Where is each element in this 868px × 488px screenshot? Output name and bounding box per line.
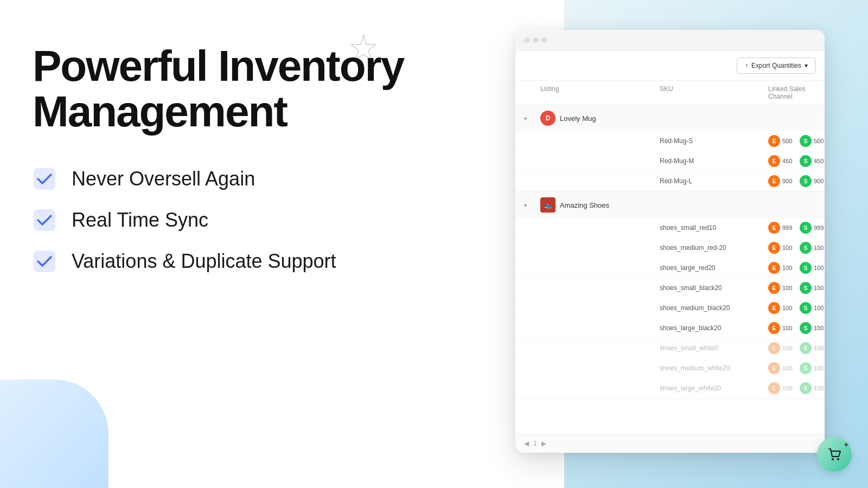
product-row-lovely-mug[interactable]: ▾ D Lovely Mug (515, 105, 825, 131)
channel-badges-red-mug-m: E 450 S 450 (768, 155, 825, 167)
channel-badges-shoes-medium-red: E 100 S 100 (768, 242, 825, 254)
shopify-badge-shoes-small-black: S (800, 282, 812, 294)
sku-text-shoes-small-black: shoes_small_black20 (660, 284, 768, 292)
svg-rect-2 (34, 251, 55, 272)
etsy-qty-shoes-medium-black: 100 (782, 305, 797, 311)
footer-nav[interactable]: ◀ 1 ▶ (524, 440, 546, 447)
etsy-qty-shoes-medium-white: 100 (782, 365, 797, 371)
sku-row-shoes-small-white: shoes_small_white0 E 100 S 100 (515, 338, 825, 358)
left-panel: Powerful Inventory Management Never Over… (33, 43, 445, 273)
sku-row-shoes-small-red: shoes_small_red10 E 999 S 999 (515, 218, 825, 238)
etsy-qty-shoes-small-white: 100 (782, 345, 797, 351)
window-body: ↑ Export Quantities ▾ Listing SKU Linked… (515, 51, 825, 453)
etsy-badge-shoes-medium-black: E (768, 302, 780, 314)
sku-row-shoes-medium-red: shoes_medium_red-20 E 100 S 100 (515, 238, 825, 258)
export-chevron-icon: ▾ (805, 62, 808, 69)
product-name-cell-lovely-mug: D Lovely Mug (540, 111, 660, 126)
dot-red (524, 37, 529, 43)
shopify-badge-shoes-medium-black: S (800, 302, 812, 314)
sku-row-red-mug-s: Red-Mug-S E 500 S 500 (515, 131, 825, 151)
sku-text-red-mug-l: Red-Mug-L (660, 177, 768, 185)
sku-text-shoes-large-black: shoes_large_black20 (660, 324, 768, 332)
window-titlebar (515, 30, 825, 51)
etsy-badge-shoes-medium-red: E (768, 242, 780, 254)
shopify-badge-red-mug-l: S (800, 175, 812, 187)
sku-row-shoes-large-white: shoes_large_white20 E 100 S 100 (515, 378, 825, 399)
etsy-badge-shoes-large-white: E (768, 382, 780, 394)
export-button[interactable]: ↑ Export Quantities ▾ (737, 57, 816, 74)
sku-text-red-mug-m: Red-Mug-M (660, 157, 768, 165)
table-body[interactable]: ▾ D Lovely Mug Red-Mug-S E 500 (515, 105, 825, 434)
check-icon-oversell (33, 167, 56, 191)
shopify-qty-shoes-large-red: 100 (814, 265, 825, 271)
export-label: Export Quantities (751, 62, 801, 69)
table-header: Listing SKU Linked Sales Channel (515, 81, 825, 105)
chevron-amazing-shoes[interactable]: ▾ (524, 202, 540, 208)
shopify-qty-red-mug-m: 450 (814, 158, 825, 164)
feature-item-sync: Real Time Sync (33, 208, 445, 232)
sku-text-shoes-large-red: shoes_large_red20 (660, 264, 768, 272)
shopify-qty-shoes-large-white: 100 (814, 385, 825, 391)
etsy-badge-shoes-large-red: E (768, 262, 780, 274)
shopify-qty-red-mug-s: 500 (814, 138, 825, 144)
footer-next-icon[interactable]: ▶ (541, 440, 546, 447)
footer-prev-icon[interactable]: ◀ (524, 440, 529, 447)
product-name-cell-amazing-shoes: 👟 Amazing Shoes (540, 197, 660, 213)
header-sku: SKU (660, 85, 768, 100)
svg-point-3 (832, 458, 834, 460)
product-icon-lovely-mug: D (540, 111, 556, 126)
shopify-badge-shoes-large-black: S (800, 322, 812, 334)
channel-badges-red-mug-l: E 900 S 900 (768, 175, 825, 187)
sku-text-red-mug-s: Red-Mug-S (660, 137, 768, 145)
etsy-qty-shoes-large-red: 100 (782, 265, 797, 271)
check-icon-sync (33, 208, 56, 232)
shopify-qty-red-mug-l: 900 (814, 178, 825, 184)
etsy-badge-red-mug-l: E (768, 175, 780, 187)
sku-row-shoes-medium-white: shoes_medium_white20 E 100 S 100 (515, 358, 825, 378)
shopify-badge-red-mug-m: S (800, 155, 812, 167)
sku-text-shoes-medium-red: shoes_medium_red-20 (660, 244, 768, 252)
cart-fab-button[interactable]: + (817, 437, 852, 472)
window-dots (524, 37, 547, 43)
svg-rect-1 (34, 209, 55, 231)
product-row-amazing-shoes[interactable]: ▾ 👟 Amazing Shoes (515, 192, 825, 218)
svg-point-4 (837, 458, 839, 460)
main-title: Powerful Inventory Management (33, 43, 445, 134)
shopify-badge-shoes-medium-red: S (800, 242, 812, 254)
etsy-qty-red-mug-l: 900 (782, 178, 797, 184)
sku-row-shoes-small-black: shoes_small_black20 E 100 S 100 (515, 278, 825, 298)
shopify-badge-shoes-small-red: S (800, 222, 812, 234)
shopify-badge-shoes-large-white: S (800, 382, 812, 394)
etsy-qty-red-mug-s: 500 (782, 138, 797, 144)
app-window: ↑ Export Quantities ▾ Listing SKU Linked… (515, 30, 825, 453)
header-listing: Listing (540, 85, 660, 100)
etsy-qty-shoes-large-white: 100 (782, 385, 797, 391)
shopify-qty-shoes-small-red: 999 (814, 224, 825, 231)
chevron-lovely-mug[interactable]: ▾ (524, 115, 540, 121)
sku-row-shoes-medium-black: shoes_medium_black20 E 100 S 100 (515, 298, 825, 318)
feature-item-variations: Variations & Duplicate Support (33, 249, 445, 273)
channel-badges-shoes-medium-white: E 100 S 100 (768, 362, 825, 374)
shopify-qty-shoes-small-white: 100 (814, 345, 825, 351)
etsy-qty-red-mug-m: 450 (782, 158, 797, 164)
etsy-badge-shoes-large-black: E (768, 322, 780, 334)
channel-badges-red-mug-s: E 500 S 500 (768, 135, 825, 147)
product-name-amazing-shoes: Amazing Shoes (560, 201, 609, 209)
etsy-qty-shoes-small-red: 999 (782, 224, 797, 231)
export-upload-icon: ↑ (745, 62, 748, 69)
channel-badges-shoes-large-black: E 100 S 100 (768, 322, 825, 334)
feature-text-sync: Real Time Sync (72, 209, 208, 232)
sku-text-shoes-large-white: shoes_large_white20 (660, 384, 768, 392)
channel-badges-shoes-large-white: E 100 S 100 (768, 382, 825, 394)
etsy-badge-red-mug-m: E (768, 155, 780, 167)
header-check-col (524, 85, 540, 100)
product-name-lovely-mug: Lovely Mug (560, 114, 596, 123)
window-footer: ◀ 1 ▶ (515, 434, 825, 453)
sku-row-red-mug-l: Red-Mug-L E 900 S 900 (515, 171, 825, 191)
shopify-badge-shoes-small-white: S (800, 342, 812, 354)
channel-badges-shoes-small-white: E 100 S 100 (768, 342, 825, 354)
etsy-badge-red-mug-s: E (768, 135, 780, 147)
toolbar: ↑ Export Quantities ▾ (515, 51, 825, 81)
etsy-qty-shoes-small-black: 100 (782, 285, 797, 291)
etsy-qty-shoes-medium-red: 100 (782, 245, 797, 251)
